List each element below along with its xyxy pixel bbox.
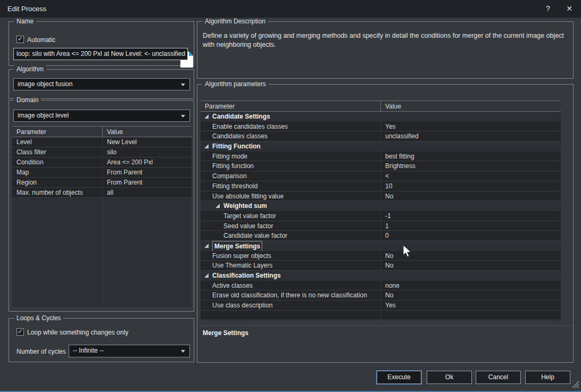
- algorithm-description-group-label: Algorithm Description: [202, 18, 268, 25]
- param-group-row[interactable]: Merge Settings: [201, 241, 561, 251]
- param-row[interactable]: Fitting functionBrightness: [201, 161, 561, 171]
- domain-group-label: Domain: [14, 96, 41, 104]
- param-value[interactable]: [381, 112, 561, 122]
- param-value[interactable]: 10: [381, 181, 561, 191]
- window-title: Edit Process: [7, 5, 46, 13]
- param-row[interactable]: Candidates classesunclassified: [201, 131, 561, 141]
- param-row[interactable]: Enable candidates classesYes: [201, 122, 561, 132]
- param-value[interactable]: Brightness: [381, 161, 561, 171]
- domain-parameter-value[interactable]: Area <= 200 Pxl: [103, 157, 192, 167]
- param-row[interactable]: [201, 311, 561, 321]
- param-group-row[interactable]: Weighted sum: [201, 201, 561, 211]
- param-value[interactable]: unclassified: [381, 131, 561, 141]
- domain-parameter-value[interactable]: New Level: [103, 137, 192, 147]
- help-icon[interactable]: ?: [542, 4, 554, 14]
- param-group-label: Classification Settings: [212, 271, 281, 281]
- param-value[interactable]: [381, 241, 561, 251]
- param-name: Active classes: [201, 281, 381, 290]
- param-value[interactable]: [381, 201, 561, 211]
- parameters-table-body: Candidate SettingsEnable candidates clas…: [201, 112, 561, 320]
- algorithm-description-group: Algorithm Description Define a variety o…: [197, 21, 574, 79]
- algorithm-dropdown[interactable]: image object fusion: [13, 78, 190, 90]
- domain-parameters-table: Parameter Value LevelNew LevelClass filt…: [12, 126, 192, 307]
- domain-table-row[interactable]: Class filtersilo: [12, 147, 192, 157]
- param-value[interactable]: No: [381, 191, 561, 201]
- param-value[interactable]: best fitting: [381, 152, 561, 161]
- domain-table-row[interactable]: ConditionArea <= 200 Pxl: [12, 157, 192, 168]
- domain-table-row[interactable]: LevelNew Level: [12, 137, 192, 147]
- number-of-cycles-dropdown[interactable]: -- Infinite --: [69, 345, 190, 357]
- close-icon[interactable]: ✕: [563, 4, 576, 14]
- loops-cycles-group: Loops & Cycles ✓ Loop while something ch…: [9, 318, 194, 362]
- param-value[interactable]: none: [381, 281, 561, 290]
- param-value[interactable]: No: [381, 251, 561, 261]
- param-group-row[interactable]: Candidate Settings: [201, 112, 561, 122]
- param-row[interactable]: Candidate value factor0: [201, 231, 561, 241]
- domain-table-row[interactable]: MapFrom Parent: [12, 168, 192, 178]
- param-value[interactable]: [381, 271, 561, 281]
- param-value[interactable]: -1: [381, 211, 561, 221]
- param-row[interactable]: Seed value factor1: [201, 221, 561, 231]
- param-value[interactable]: 1: [381, 221, 561, 231]
- help-button[interactable]: Help: [525, 371, 570, 384]
- column-header-parameter[interactable]: Parameter: [12, 127, 103, 137]
- param-row[interactable]: Erase old classification, if there is no…: [201, 290, 561, 301]
- algorithm-dropdown-value: image object fusion: [18, 80, 72, 88]
- cancel-button[interactable]: Cancel: [476, 371, 521, 384]
- algorithm-parameters-table: Parameter Value Candidate SettingsEnable…: [201, 101, 561, 321]
- param-value[interactable]: Yes: [381, 122, 561, 131]
- title-bar[interactable]: Edit Process ? ✕: [0, 0, 581, 18]
- domain-parameter-value[interactable]: From Parent: [103, 178, 192, 187]
- param-value[interactable]: <: [381, 171, 561, 181]
- param-value[interactable]: No: [381, 261, 561, 270]
- param-row[interactable]: Fitting modebest fitting: [201, 152, 561, 162]
- param-row[interactable]: Active classesnone: [201, 281, 561, 291]
- param-row[interactable]: Use absolute fitting valueNo: [201, 191, 561, 202]
- param-name: Fusion super objects: [201, 251, 381, 261]
- param-value[interactable]: [381, 141, 561, 152]
- tree-expanded-icon[interactable]: [215, 204, 220, 208]
- param-row[interactable]: Use class descriptionYes: [201, 301, 561, 311]
- chevron-down-icon: [181, 350, 185, 353]
- section-divider: [198, 326, 572, 326]
- loop-while-changes-checkbox[interactable]: ✓: [16, 328, 24, 336]
- param-value[interactable]: No: [381, 290, 561, 300]
- tree-expanded-icon[interactable]: [204, 144, 209, 148]
- param-group-row[interactable]: Fitting Function: [201, 141, 561, 152]
- domain-parameter-value[interactable]: From Parent: [103, 168, 192, 177]
- param-value[interactable]: Yes: [381, 301, 561, 310]
- domain-parameter-value[interactable]: all: [103, 188, 192, 197]
- domain-parameter-name: Map: [12, 168, 103, 177]
- algorithm-group-label: Algorithm: [14, 65, 46, 73]
- param-name: Seed value factor: [201, 221, 381, 231]
- param-row[interactable]: Fitting threshold10: [201, 181, 561, 191]
- process-name-input[interactable]: loop: silo with Area <= 200 Pxl at New L…: [13, 48, 188, 60]
- execute-button[interactable]: Execute: [377, 371, 421, 384]
- param-row[interactable]: Target value factor-1: [201, 211, 561, 221]
- domain-dropdown[interactable]: image object level: [13, 110, 190, 122]
- param-value[interactable]: [381, 311, 561, 320]
- automatic-checkbox[interactable]: ✓: [16, 36, 24, 43]
- param-group-row[interactable]: Classification Settings: [201, 271, 561, 281]
- domain-table-header[interactable]: Parameter Value: [12, 126, 192, 137]
- domain-parameter-value[interactable]: silo: [103, 147, 192, 157]
- tree-expanded-icon[interactable]: [204, 244, 209, 248]
- param-value[interactable]: 0: [381, 231, 561, 240]
- tree-expanded-icon[interactable]: [204, 273, 209, 278]
- domain-parameter-name: Condition: [12, 157, 103, 167]
- param-group-label: Candidate Settings: [212, 112, 270, 122]
- column-header-value[interactable]: Value: [381, 101, 561, 111]
- param-row[interactable]: Comparison<: [201, 171, 561, 181]
- column-header-parameter[interactable]: Parameter: [201, 101, 381, 111]
- column-divider: [103, 198, 103, 307]
- column-header-value[interactable]: Value: [103, 127, 192, 137]
- param-row[interactable]: Use Thematic LayersNo: [201, 261, 561, 271]
- param-row[interactable]: Fusion super objectsNo: [201, 251, 561, 261]
- chevron-down-icon: [181, 84, 185, 86]
- domain-table-row[interactable]: Max. number of objectsall: [12, 188, 192, 198]
- domain-table-row[interactable]: RegionFrom Parent: [12, 178, 192, 188]
- tree-expanded-icon[interactable]: [204, 114, 209, 119]
- resize-grip-icon[interactable]: [570, 379, 580, 389]
- ok-button[interactable]: Ok: [427, 371, 472, 384]
- parameters-table-header[interactable]: Parameter Value: [201, 101, 561, 112]
